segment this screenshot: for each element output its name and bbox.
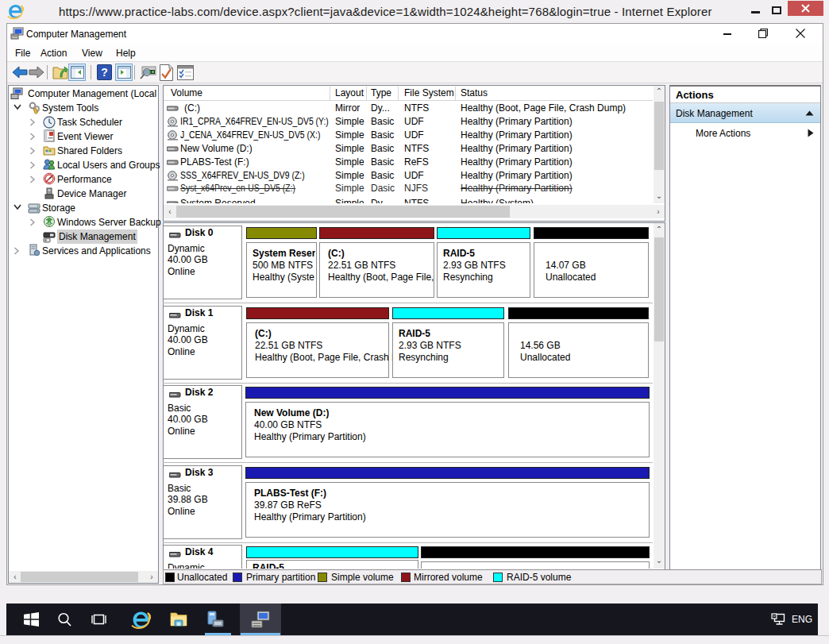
- svg-text:?: ?: [101, 66, 108, 79]
